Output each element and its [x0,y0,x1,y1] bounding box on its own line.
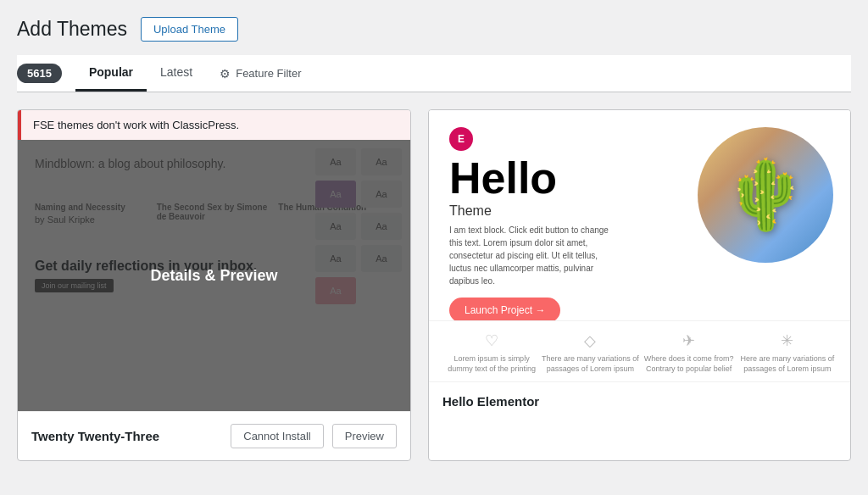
gear-icon: ⚙ [220,67,231,81]
he-feature-4: ✳ Here are many variations of passages o… [738,331,837,375]
themes-count-badge: 5615 [17,64,62,83]
tab-latest[interactable]: Latest [147,55,206,92]
asterisk-icon: ✳ [738,331,837,350]
he-feature-text-4: Here are many variations of passages of … [738,353,837,375]
tt3-preview: Mindblown: a blog about philosophy. Aa A… [18,140,410,411]
tt3-preview-button[interactable]: Preview [332,424,397,448]
cannot-install-button: Cannot Install [231,424,324,448]
he-feature-2: ◇ There are many variations of passages … [541,331,639,375]
feature-filter-label: Feature Filter [236,67,301,80]
he-preview: E Hello Theme I am text block. Click edi… [429,110,850,381]
tab-feature-filter[interactable]: ⚙ Feature Filter [206,57,314,91]
tt3-overlay-label: Details & Preview [150,267,277,285]
he-feature-3: ✈ Where does it come from? Contrary to p… [640,331,738,375]
themes-grid: FSE themes don't work with ClassicPress.… [17,92,851,478]
he-card-footer: Hello Elementor [429,381,850,420]
tab-popular[interactable]: Popular [75,55,147,92]
upload-theme-button[interactable]: Upload Theme [141,17,238,42]
tabs-bar: 5615 Popular Latest ⚙ Feature Filter [17,55,851,92]
he-theme-name: Hello Elementor [442,394,539,409]
theme-card-tt3: FSE themes don't work with ClassicPress.… [17,109,411,461]
he-icons-row: ♡ Lorem ipsum is simply dummy text of th… [429,320,850,381]
page-header: Add Themes Upload Theme [17,17,851,42]
he-hero-image: 🌵 [698,127,833,263]
tt3-theme-name: Twenty Twenty-Three [31,429,159,443]
theme-card-hello-elementor: E Hello Theme I am text block. Click edi… [428,109,851,461]
tt3-details-overlay[interactable]: Details & Preview [18,140,410,411]
diamond-icon: ◇ [541,331,639,350]
page-container: Add Themes Upload Theme 5615 Popular Lat… [0,0,868,495]
he-feature-1: ♡ Lorem ipsum is simply dummy text of th… [442,331,541,375]
tt3-card-actions: Cannot Install Preview [231,424,397,448]
elementor-badge: E [449,127,473,151]
he-description: I am text block. Click edit button to ch… [449,224,619,287]
fse-warning: FSE themes don't work with ClassicPress. [18,110,410,140]
plant-icon: 🌵 [723,155,808,235]
plane-icon: ✈ [640,331,738,350]
page-title: Add Themes [17,18,127,41]
tt3-card-footer: Twenty Twenty-Three Cannot Install Previ… [18,411,410,460]
he-launch-btn[interactable]: Launch Project → [449,298,560,323]
he-feature-text-3: Where does it come from? Contrary to pop… [640,353,738,375]
he-feature-text-2: There are many variations of passages of… [541,353,639,375]
lightbulb-icon: ♡ [442,331,541,350]
he-feature-text-1: Lorem ipsum is simply dummy text of the … [442,353,541,375]
